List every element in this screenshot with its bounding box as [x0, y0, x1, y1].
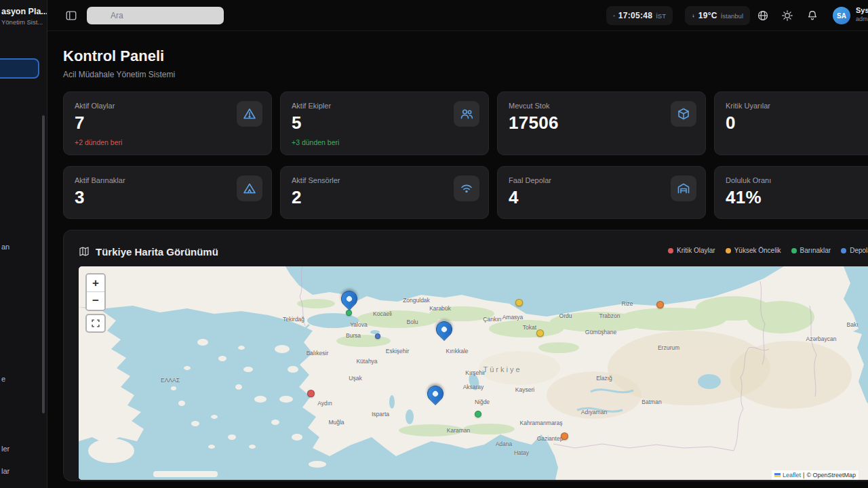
stat-value: 7 — [75, 113, 260, 134]
map-place-label: Kayseri — [515, 386, 534, 393]
stat-icon — [671, 176, 696, 201]
map-place-label: Eskişehir — [386, 348, 409, 354]
legend-item: Barınaklar — [791, 247, 831, 254]
stat-value: 2 — [292, 187, 477, 208]
attribution-separator: | — [803, 472, 804, 479]
map-dot-marker[interactable] — [307, 390, 315, 397]
map-dot-marker[interactable] — [375, 333, 380, 339]
notifications-bell-icon[interactable] — [806, 9, 818, 22]
stat-card: Aktif Barınaklar 3 — [63, 166, 272, 219]
map-place-label: Kırıkkale — [446, 348, 468, 354]
map-panel: Türkiye Harita Görünümü Kritik Olaylar Y… — [63, 230, 868, 481]
map-place-label: Bakı — [846, 321, 858, 328]
sidebar-item-selected[interactable] — [0, 58, 39, 79]
legend-item: Depolar — [841, 247, 868, 254]
zoom-in-button[interactable]: + — [87, 274, 104, 292]
map-place-label: Hatay — [514, 449, 529, 456]
map-place-label: Rize — [621, 300, 633, 307]
map[interactable]: + − Leaflet | © OpenStreetMap TekirdağKo… — [79, 266, 868, 480]
stat-label: Aktif Olaylar — [75, 102, 260, 110]
stat-icon — [671, 101, 696, 127]
map-place-label: Türkiye — [483, 365, 521, 373]
thermometer-icon — [692, 12, 695, 20]
map-place-label: Gaziantep — [537, 435, 564, 442]
stat-card: Kritik Uyarılar 0 — [714, 92, 868, 155]
map-dot-marker[interactable] — [656, 301, 664, 308]
stat-value: 17506 — [509, 113, 694, 134]
map-place-label: Aksaray — [463, 384, 484, 390]
map-place-label: Adıyaman — [581, 409, 607, 415]
clock-icon — [613, 12, 615, 20]
fullscreen-icon — [91, 319, 100, 328]
sidebar-item[interactable]: an — [1, 243, 9, 251]
search-input[interactable] — [87, 7, 224, 24]
stat-value: 5 — [292, 113, 477, 134]
map-attribution: Leaflet | © OpenStreetMap — [772, 470, 859, 480]
map-icon — [79, 246, 90, 257]
stat-card: Mevcut Stok 17506 — [497, 92, 706, 155]
legend-dot-icon — [668, 248, 673, 253]
stat-label: Kritik Uyarılar — [726, 102, 868, 110]
map-place-label: Yalova — [350, 321, 367, 328]
user-avatar[interactable]: SA — [833, 7, 850, 24]
app-subtitle: Yönetim Sist... — [1, 18, 43, 26]
map-dot-marker[interactable] — [515, 299, 523, 306]
map-place-label: Bolu — [406, 319, 418, 325]
topbar: 17:05:48 İST 19°C İstanbul SA System Adm… — [47, 0, 868, 31]
clock-timezone: İST — [656, 12, 666, 20]
user-role: admin — [856, 16, 868, 22]
user-name: System Admin — [856, 6, 868, 14]
user-info: System Admin admin — [856, 6, 868, 22]
stat-label: Mevcut Stok — [509, 102, 694, 110]
leaflet-link[interactable]: Leaflet — [783, 472, 801, 479]
map-place-label: Tekirdağ — [283, 316, 304, 323]
globe-icon[interactable] — [757, 9, 769, 22]
weather-city: İstanbul — [721, 12, 743, 20]
stat-value: 3 — [75, 187, 260, 208]
map-place-label: Batman — [642, 399, 661, 405]
sidebar-scrollbar[interactable] — [42, 115, 45, 413]
map-place-label: Kırşehir — [465, 369, 485, 376]
sidebar-item[interactable]: lar — [1, 467, 9, 475]
sidebar-item[interactable]: e — [1, 375, 5, 383]
map-place-label: Çankırı — [483, 316, 501, 323]
stat-value: 4 — [509, 187, 694, 208]
stat-delta: +3 dünden beri — [292, 138, 477, 146]
stat-card: Aktif Ekipler 5 +3 dünden beri — [280, 92, 489, 155]
legend-label: Yüksek Öncelik — [734, 247, 781, 254]
map-place-label: Aydın — [317, 400, 332, 407]
map-legend: Kritik Olaylar Yüksek Öncelik Barınaklar… — [668, 247, 868, 254]
map-place-label: Trabzon — [599, 312, 620, 319]
zoom-out-button[interactable]: − — [87, 292, 104, 310]
map-place-label: Karabük — [429, 305, 451, 312]
stats-grid: Aktif Olaylar 7 +2 dünden beri Aktif Eki… — [63, 92, 868, 219]
map-place-label: Adana — [496, 441, 513, 447]
legend-item: Kritik Olaylar — [668, 247, 715, 254]
stat-delta: +2 dünden beri — [75, 138, 260, 146]
map-place-label: Muğla — [328, 419, 344, 426]
map-dot-marker[interactable] — [561, 432, 568, 440]
map-place-label: Gümüşhane — [585, 329, 616, 336]
map-dot-marker[interactable] — [536, 329, 544, 337]
stat-icon — [454, 101, 479, 127]
stat-card: Doluluk Oranı 41% — [714, 166, 868, 219]
app-title: asyon Pla... — [1, 7, 47, 16]
legend-label: Barınaklar — [800, 247, 831, 254]
legend-dot-icon — [841, 248, 846, 253]
clock-time: 17:05:48 — [618, 11, 652, 20]
map-place-label: Kahramanmaraş — [520, 420, 563, 426]
page-subtitle: Acil Müdahale Yönetim Sistemi — [63, 70, 868, 79]
sidebar-item[interactable]: ler — [1, 445, 9, 453]
map-place-label: Elazığ — [596, 375, 612, 382]
map-place-label: Karaman — [447, 427, 471, 434]
map-place-label: Isparta — [372, 411, 389, 418]
map-place-label: Balıkesir — [307, 350, 329, 357]
theme-sun-icon[interactable] — [781, 9, 793, 22]
fullscreen-button[interactable] — [85, 314, 106, 333]
legend-item: Yüksek Öncelik — [726, 247, 781, 254]
main-content: Kontrol Paneli Acil Müdahale Yönetim Sis… — [47, 31, 868, 488]
map-place-label: Erzurum — [658, 344, 679, 351]
map-dot-marker[interactable] — [475, 411, 481, 418]
stat-label: Aktif Sensörler — [292, 176, 477, 184]
sidebar-toggle-icon[interactable] — [65, 9, 77, 22]
